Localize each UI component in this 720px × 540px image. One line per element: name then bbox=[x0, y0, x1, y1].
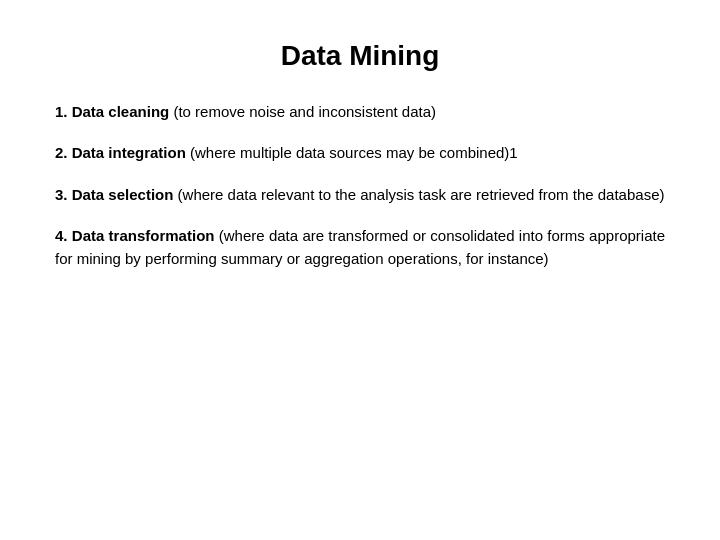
item-text: (to remove noise and inconsistent data) bbox=[169, 103, 436, 120]
item-text: (where data relevant to the analysis tas… bbox=[173, 186, 664, 203]
content-area: 1. Data cleaning (to remove noise and in… bbox=[55, 100, 665, 288]
page-title: Data Mining bbox=[55, 40, 665, 72]
list-item: 3. Data selection (where data relevant t… bbox=[55, 183, 665, 206]
item-label: 1. Data cleaning bbox=[55, 103, 169, 120]
item-label: 4. Data transformation bbox=[55, 227, 214, 244]
item-label: 2. Data integration bbox=[55, 144, 186, 161]
list-item: 4. Data transformation (where data are t… bbox=[55, 224, 665, 271]
list-item: 1. Data cleaning (to remove noise and in… bbox=[55, 100, 665, 123]
item-text: (where multiple data sources may be comb… bbox=[186, 144, 518, 161]
item-label: 3. Data selection bbox=[55, 186, 173, 203]
page: Data Mining 1. Data cleaning (to remove … bbox=[0, 0, 720, 540]
list-item: 2. Data integration (where multiple data… bbox=[55, 141, 665, 164]
